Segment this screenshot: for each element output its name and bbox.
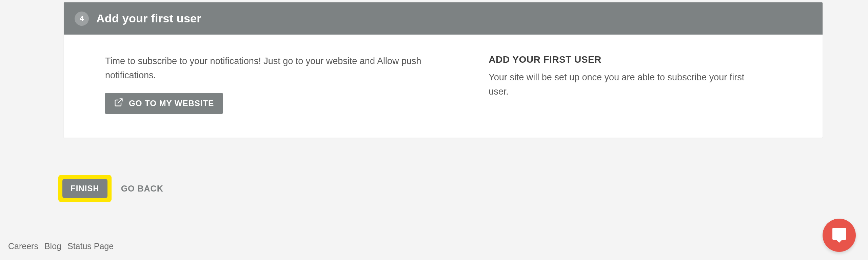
card-header: 4 Add your first user: [64, 2, 823, 35]
finish-highlight: FINISH: [58, 175, 112, 202]
footer-blog-link[interactable]: Blog: [44, 241, 61, 251]
go-back-button[interactable]: GO BACK: [121, 184, 163, 194]
card-title: Add your first user: [96, 12, 201, 25]
footer-careers-link[interactable]: Careers: [8, 241, 38, 251]
step-number-badge: 4: [75, 12, 89, 26]
right-heading: ADD YOUR FIRST USER: [489, 54, 795, 65]
left-column: Time to subscribe to your notifications!…: [64, 54, 489, 114]
footer-links: Careers Blog Status Page: [8, 241, 114, 251]
step-card: 4 Add your first user Time to subscribe …: [64, 2, 823, 138]
right-description: Your site will be set up once you are ab…: [489, 71, 746, 99]
external-link-icon: [114, 98, 123, 109]
instruction-text: Time to subscribe to your notifications!…: [105, 54, 451, 83]
go-to-website-button[interactable]: GO TO MY WEBSITE: [105, 93, 223, 114]
go-to-website-label: GO TO MY WEBSITE: [129, 99, 214, 108]
actions-row: FINISH GO BACK: [58, 175, 163, 202]
chat-widget-button[interactable]: [823, 219, 856, 252]
card-body: Time to subscribe to your notifications!…: [64, 35, 823, 138]
right-column: ADD YOUR FIRST USER Your site will be se…: [489, 54, 823, 114]
footer-status-link[interactable]: Status Page: [67, 241, 114, 251]
chat-icon: [831, 226, 847, 244]
finish-button[interactable]: FINISH: [62, 179, 107, 198]
svg-line-0: [118, 99, 122, 103]
